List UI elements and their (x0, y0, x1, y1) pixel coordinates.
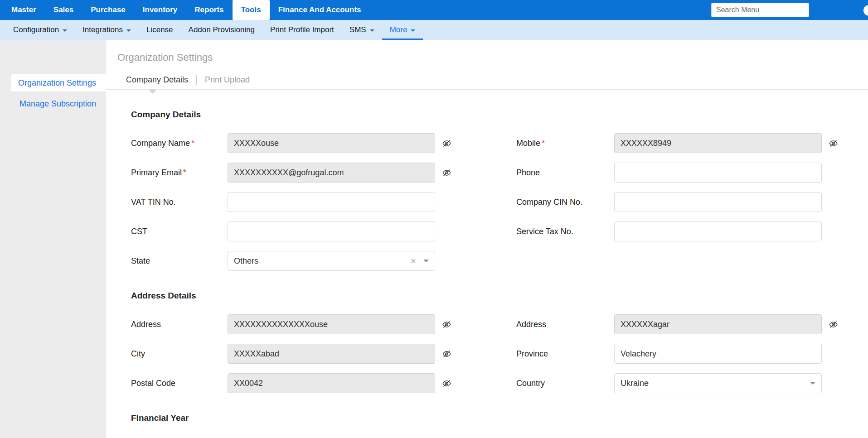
field-label-text: Company Name (131, 139, 190, 148)
nav-item-inventory[interactable]: Inventory (134, 0, 186, 20)
form-row: VAT TIN No. Company CIN No. (131, 192, 868, 212)
visibility-toggle-icon[interactable] (435, 349, 458, 359)
mobile-label: Mobile* (516, 139, 614, 148)
sidebar-item-organization-settings[interactable]: Organization Settings (11, 74, 106, 91)
tools-sub-nav: Configuration Integrations License Addon… (0, 20, 868, 40)
company-details-form: Company Name* Mobile* Primary Email* (131, 133, 868, 271)
page-title: Organization Settings (117, 52, 868, 63)
vat-tin-input[interactable] (228, 192, 435, 212)
service-tax-label: Service Tax No. (516, 227, 614, 236)
province-label: Province (516, 349, 614, 359)
chevron-down-icon (370, 29, 374, 32)
required-asterisk: * (542, 139, 545, 148)
tab-print-upload[interactable]: Print Upload (205, 75, 250, 85)
subnav-item-configuration[interactable]: Configuration (5, 20, 75, 40)
section-heading-company-details: Company Details (131, 110, 868, 120)
subnav-item-label: More (390, 25, 407, 34)
search-menu-input[interactable] (711, 3, 809, 17)
required-asterisk: * (183, 168, 186, 177)
form-row: City Province (131, 344, 868, 364)
subnav-item-label: Integrations (82, 25, 123, 34)
subnav-item-label: Addon Provisioning (189, 25, 255, 34)
visibility-toggle-icon[interactable] (435, 139, 458, 148)
city-input[interactable] (228, 344, 435, 364)
company-name-input[interactable] (228, 133, 435, 153)
postal-code-label: Postal Code (131, 379, 228, 388)
subnav-item-more[interactable]: More (382, 20, 423, 40)
country-label: Country (516, 379, 614, 388)
field-label-text: Primary Email (131, 168, 182, 177)
section-heading-financial-year: Financial Year (131, 413, 868, 423)
field-label-text: Service Tax No. (516, 227, 573, 236)
postal-code-input[interactable] (228, 373, 435, 393)
field-label-text: Country (516, 379, 545, 388)
chevron-down-icon[interactable] (423, 260, 429, 262)
chevron-down-icon[interactable] (810, 382, 815, 385)
visibility-toggle-icon[interactable] (435, 320, 458, 329)
vat-tin-label: VAT TIN No. (131, 197, 228, 207)
nav-item-tools[interactable]: Tools (233, 0, 270, 20)
field-label-text: Address (516, 320, 546, 329)
form-row: Company Name* Mobile* (131, 133, 868, 153)
form-row: Address Address (131, 314, 868, 334)
visibility-toggle-icon[interactable] (435, 168, 458, 178)
address-1-label: Address (131, 320, 228, 329)
subnav-item-addon-provisioning[interactable]: Addon Provisioning (181, 20, 262, 40)
subnav-item-label: Print Profile Import (270, 25, 334, 34)
field-label-text: Postal Code (131, 379, 175, 388)
form-row: CST Service Tax No. (131, 221, 868, 241)
tab-bar: Company Details Print Upload (106, 71, 868, 90)
primary-email-input[interactable] (228, 163, 435, 183)
service-tax-input[interactable] (614, 221, 822, 241)
subnav-item-sms[interactable]: SMS (342, 20, 382, 40)
form-row: Postal Code Country Ukraine (131, 373, 868, 393)
tab-divider (196, 75, 197, 85)
settings-sidebar: Organization Settings Manage Subscriptio… (0, 40, 106, 438)
state-label: State (131, 256, 228, 266)
address-2-input[interactable] (614, 314, 822, 334)
top-nav: Master Sales Purchase Inventory Reports … (0, 0, 868, 20)
nav-item-master[interactable]: Master (3, 0, 45, 20)
subnav-item-integrations[interactable]: Integrations (75, 20, 139, 40)
phone-label: Phone (516, 168, 614, 178)
country-select-value: Ukraine (621, 379, 810, 388)
chevron-down-icon (63, 29, 67, 32)
visibility-toggle-icon[interactable] (822, 320, 844, 329)
section-heading-address-details: Address Details (131, 291, 868, 301)
address-2-label: Address (516, 320, 614, 329)
clear-icon[interactable]: × (411, 256, 416, 265)
province-input[interactable] (614, 344, 822, 364)
chevron-down-icon (411, 29, 415, 32)
form-row: State Others × (131, 251, 868, 271)
tab-company-details[interactable]: Company Details (126, 75, 188, 85)
subnav-item-label: License (146, 25, 173, 34)
partial-edge-icon[interactable] (863, 5, 868, 16)
visibility-toggle-icon[interactable] (822, 139, 844, 148)
nav-item-sales[interactable]: Sales (45, 0, 82, 20)
field-label-text: Address (131, 320, 161, 329)
field-label-text: Province (516, 349, 548, 358)
address-details-form: Address Address City (131, 314, 868, 393)
chevron-down-icon (126, 29, 131, 32)
subnav-item-print-profile-import[interactable]: Print Profile Import (262, 20, 342, 40)
subnav-item-license[interactable]: License (139, 20, 181, 40)
nav-item-reports[interactable]: Reports (186, 0, 232, 20)
company-cin-label: Company CIN No. (516, 197, 614, 207)
main-panel: Organization Settings Company Details Pr… (106, 40, 868, 438)
country-select[interactable]: Ukraine (614, 373, 822, 393)
cst-input[interactable] (228, 221, 435, 241)
subnav-item-label: SMS (349, 25, 366, 34)
content-area: Organization Settings Manage Subscriptio… (0, 40, 868, 438)
visibility-toggle-icon[interactable] (435, 379, 458, 388)
nav-item-purchase[interactable]: Purchase (82, 0, 134, 20)
field-label-text: City (131, 349, 145, 358)
company-cin-input[interactable] (614, 192, 822, 212)
state-select[interactable]: Others × (228, 251, 435, 271)
active-tab-notch (149, 90, 157, 94)
sidebar-item-manage-subscription[interactable]: Manage Subscription (0, 95, 106, 112)
mobile-input[interactable] (614, 133, 822, 153)
required-asterisk: * (191, 139, 194, 148)
address-1-input[interactable] (228, 314, 435, 334)
phone-input[interactable] (614, 163, 822, 183)
nav-item-finance-and-accounts[interactable]: Finance And Accounts (270, 0, 370, 20)
